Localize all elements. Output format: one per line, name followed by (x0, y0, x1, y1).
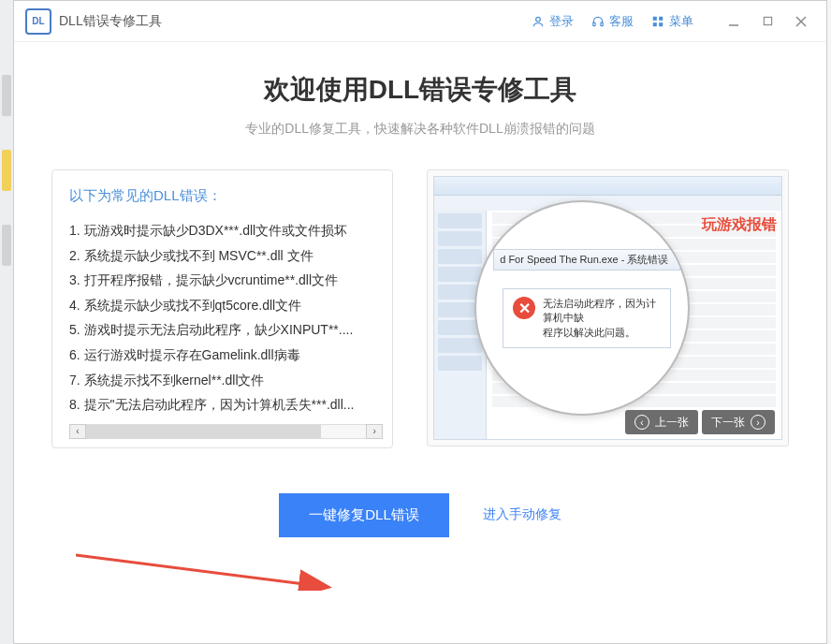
desktop-left-strip (0, 0, 13, 644)
grid-icon (650, 14, 665, 29)
svg-point-0 (536, 17, 541, 22)
svg-rect-1 (593, 22, 595, 26)
svg-rect-2 (601, 22, 603, 26)
error-dialog-text: 无法启动此程序，因为计算机中缺 程序以解决此问题。 (543, 297, 661, 340)
menu-link[interactable]: 菜单 (650, 13, 693, 30)
app-window: DL DLL错误专修工具 登录 客服 菜单 (13, 0, 827, 644)
svg-rect-5 (653, 22, 657, 26)
app-icon: DL (25, 8, 51, 35)
dialog-titlebar: d For Speed The Run.exe - 系统错误 (493, 249, 680, 271)
login-link[interactable]: 登录 (531, 13, 574, 30)
next-label: 下一张 (711, 415, 745, 431)
svg-line-12 (76, 555, 327, 587)
svg-rect-4 (659, 16, 663, 20)
support-link[interactable]: 客服 (590, 13, 634, 30)
common-errors-panel: 以下为常见的DLL错误： 1. 玩游戏时提示缺少D3DX***.dll文件或文件… (51, 169, 393, 448)
page-title: 欢迎使用DLL错误专修工具 (51, 72, 789, 108)
error-item: 4. 系统提示缺少或找不到qt5core.dll文件 (69, 293, 383, 318)
minimize-button[interactable] (720, 10, 748, 33)
svg-rect-3 (653, 16, 657, 20)
login-label: 登录 (549, 13, 574, 30)
actions-row: 一键修复DLL错误 进入手动修复 (51, 493, 789, 537)
prev-label: 上一张 (655, 415, 689, 431)
error-item: 6. 运行游戏时提示存在Gamelink.dll病毒 (69, 343, 383, 368)
magnifier-overlay: d For Speed The Run.exe - 系统错误 ✕ 无法启动此程序… (474, 200, 690, 416)
menu-label: 菜单 (669, 13, 693, 30)
svg-rect-8 (764, 17, 771, 24)
error-dialog: ✕ 无法启动此程序，因为计算机中缺 程序以解决此问题。 (503, 288, 671, 348)
app-title: DLL错误专修工具 (59, 13, 162, 30)
error-item: 7. 系统提示找不到kernel**.dll文件 (69, 368, 383, 393)
chevron-left-icon: ‹ (634, 415, 649, 430)
annotation-arrow (76, 553, 338, 591)
scroll-left-arrow[interactable]: ‹ (69, 424, 86, 439)
error-list: 1. 玩游戏时提示缺少D3DX***.dll文件或文件损坏 2. 系统提示缺少或… (69, 218, 383, 417)
user-icon (531, 14, 546, 29)
content-area: 欢迎使用DLL错误专修工具 专业的DLL修复工具，快速解决各种软件DLL崩溃报错… (14, 42, 826, 556)
error-icon: ✕ (513, 297, 535, 319)
scroll-track[interactable] (86, 424, 366, 439)
support-label: 客服 (609, 13, 634, 30)
error-item: 2. 系统提示缺少或找不到 MSVC**.dll 文件 (69, 243, 383, 269)
carousel-next-button[interactable]: 下一张 › (702, 410, 775, 434)
screenshot-overlay-label: 玩游戏报错 (702, 215, 777, 235)
headset-icon (590, 14, 605, 29)
screenshot-carousel: 玩游戏报错 d For Speed The Run.exe - 系统错误 ✕ 无… (427, 169, 789, 446)
horizontal-scrollbar[interactable]: ‹ › (69, 423, 383, 440)
errors-heading: 以下为常见的DLL错误： (69, 187, 383, 205)
scroll-thumb[interactable] (86, 425, 321, 438)
titlebar: DL DLL错误专修工具 登录 客服 菜单 (14, 1, 826, 42)
scroll-right-arrow[interactable]: › (366, 424, 383, 439)
maximize-button[interactable] (753, 10, 781, 33)
svg-rect-6 (659, 22, 663, 26)
error-item: 5. 游戏时提示无法启动此程序，缺少XINPUT**.... (69, 317, 383, 343)
chevron-right-icon: › (751, 415, 765, 430)
error-item: 1. 玩游戏时提示缺少D3DX***.dll文件或文件损坏 (69, 218, 383, 243)
carousel-prev-button[interactable]: ‹ 上一张 (625, 410, 698, 434)
error-item: 8. 提示"无法启动此程序，因为计算机丢失***.dll... (69, 392, 383, 417)
page-subtitle: 专业的DLL修复工具，快速解决各种软件DLL崩溃报错的问题 (51, 121, 789, 138)
close-button[interactable] (787, 10, 815, 33)
repair-button[interactable]: 一键修复DLL错误 (279, 493, 449, 537)
manual-repair-link[interactable]: 进入手动修复 (483, 506, 561, 523)
error-item: 3. 打开程序报错，提示缺少vcruntime**.dll文件 (69, 268, 383, 293)
